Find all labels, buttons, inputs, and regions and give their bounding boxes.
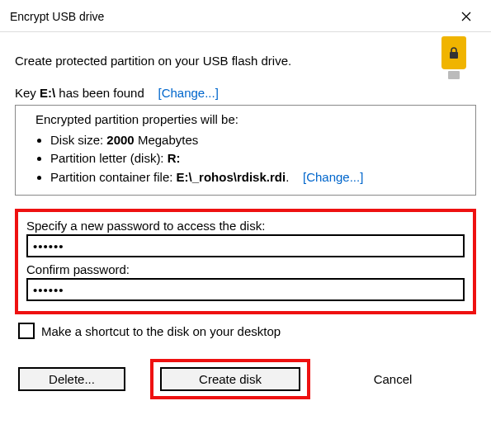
prop-container-file: Partition container file: E:\_rohos\rdis… [50, 168, 469, 187]
window-title: Encrypt USB drive [10, 10, 104, 23]
titlebar: Encrypt USB drive [0, 0, 491, 32]
cancel-button[interactable]: Cancel [335, 369, 451, 389]
key-suffix: has been found [55, 86, 144, 100]
change-key-link[interactable]: Change... [162, 86, 215, 100]
lock-icon [448, 46, 460, 59]
button-row: Delete... Create disk Cancel [15, 359, 476, 399]
usb-lock-icon [440, 37, 468, 83]
change-container-link[interactable]: Change... [306, 170, 360, 184]
create-disk-button[interactable]: Create disk [160, 367, 300, 391]
svg-rect-2 [450, 52, 458, 59]
confirm-password-input[interactable] [26, 278, 465, 301]
key-drive: E:\ [40, 86, 55, 100]
close-button[interactable] [450, 5, 483, 28]
key-found-line: Key E:\ has been found [Change...] [15, 86, 476, 100]
prop-disk-size: Disk size: 2000 Megabytes [50, 131, 469, 150]
subtitle-text: Create protected partition on your USB f… [15, 54, 476, 68]
confirm-password-label: Confirm password: [26, 262, 465, 276]
delete-button[interactable]: Delete... [18, 367, 125, 391]
new-password-input[interactable] [26, 234, 465, 257]
password-section: Specify a new password to access the dis… [15, 209, 476, 314]
create-button-highlight: Create disk [150, 359, 310, 399]
shortcut-row: Make a shortcut to the disk on your desk… [18, 323, 476, 339]
shortcut-label: Make a shortcut to the disk on your desk… [41, 324, 281, 338]
props-heading: Encrypted partition properties will be: [35, 111, 469, 130]
shortcut-checkbox[interactable] [18, 323, 35, 339]
key-prefix: Key [15, 86, 40, 100]
new-password-label: Specify a new password to access the dis… [26, 219, 465, 233]
close-icon [461, 12, 471, 21]
prop-partition-letter: Partition letter (disk): R: [50, 149, 469, 168]
partition-properties-box: Encrypted partition properties will be: … [15, 105, 476, 196]
dialog-content: Create protected partition on your USB f… [0, 32, 491, 414]
